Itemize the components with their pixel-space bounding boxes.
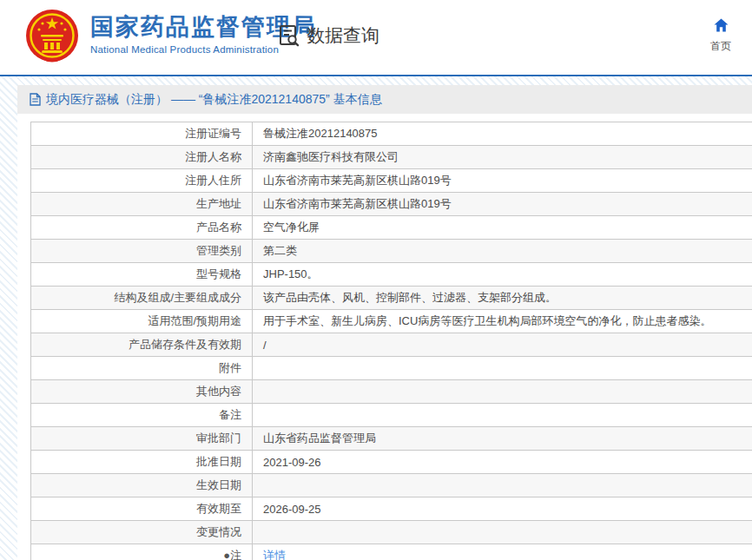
- document-icon: [30, 93, 41, 106]
- row-value: 用于手术室、新生儿病房、ICU病房等医疗卫生机构局部环境空气的净化，防止患者感染…: [253, 310, 752, 333]
- table-row: 批准日期2021-09-26: [31, 451, 752, 474]
- row-label: ●注: [31, 544, 253, 560]
- table-row: ●注详情: [31, 544, 752, 560]
- row-value: 山东省济南市莱芜高新区棋山路019号: [253, 169, 752, 192]
- info-table: 注册证编号鲁械注准20212140875注册人名称济南鑫驰医疗科技有限公司注册人…: [30, 122, 752, 560]
- row-label: 备注: [31, 404, 253, 426]
- table-row: 生效日期: [31, 474, 752, 497]
- detail-link[interactable]: 详情: [263, 548, 286, 560]
- table-row: 其他内容: [31, 380, 752, 404]
- row-label: 有效期至: [31, 497, 253, 520]
- row-label: 生效日期: [31, 474, 253, 497]
- nav-home[interactable]: 首页: [702, 18, 740, 54]
- table-row: 审批部门山东省药品监督管理局: [31, 427, 752, 451]
- table-row: 适用范围/预期用途用于手术室、新生儿病房、ICU病房等医疗卫生机构局部环境空气的…: [31, 310, 752, 333]
- table-row: 型号规格JHP-150。: [31, 263, 752, 287]
- row-label: 批准日期: [31, 451, 253, 473]
- row-value: JHP-150。: [253, 263, 752, 286]
- row-value: 2026-09-25: [253, 497, 752, 520]
- site-header: 国家药品监督管理局 National Medical Products Admi…: [0, 0, 752, 76]
- table-row: 注册人住所山东省济南市莱芜高新区棋山路019号: [31, 169, 752, 193]
- row-value: /: [253, 333, 752, 356]
- table-row: 产品储存条件及有效期/: [31, 333, 752, 357]
- emblem-icon: [24, 9, 80, 66]
- page-title: 境内医疗器械（注册） —— “鲁械注准20212140875” 基本信息: [46, 92, 382, 108]
- row-value: [253, 521, 752, 544]
- nav-data-query-label: 数据查询: [307, 23, 379, 48]
- table-row: 附件: [31, 357, 752, 380]
- row-label: 变更情况: [31, 521, 253, 544]
- nav-home-label: 首页: [702, 39, 740, 54]
- row-value: 该产品由壳体、风机、控制部件、过滤器、支架部分组成。: [253, 287, 752, 309]
- row-label: 结构及组成/主要组成成分: [31, 287, 253, 309]
- table-row: 注册证编号鲁械注准20212140875: [31, 122, 752, 146]
- row-value: 详情: [253, 544, 752, 560]
- table-row: 生产地址山东省济南市莱芜高新区棋山路019号: [31, 193, 752, 216]
- main-content: 境内医疗器械（注册） —— “鲁械注准20212140875” 基本信息 注册证…: [17, 85, 752, 560]
- row-label: 产品名称: [31, 216, 253, 239]
- table-row: 结构及组成/主要组成成分该产品由壳体、风机、控制部件、过滤器、支架部分组成。: [31, 287, 752, 310]
- row-value: 鲁械注准20212140875: [253, 122, 752, 145]
- nav-data-query[interactable]: 数据查询: [278, 23, 379, 48]
- row-label: 型号规格: [31, 263, 253, 286]
- row-label: 生产地址: [31, 193, 253, 215]
- row-label: 审批部门: [31, 427, 253, 450]
- row-value: [253, 404, 752, 426]
- table-row: 有效期至2026-09-25: [31, 497, 752, 521]
- home-icon: [714, 18, 729, 32]
- row-value: 第二类: [253, 240, 752, 262]
- row-value: 山东省药品监督管理局: [253, 427, 752, 450]
- row-label: 适用范围/预期用途: [31, 310, 253, 333]
- row-value: 2021-09-26: [253, 451, 752, 473]
- row-label: 注册人名称: [31, 146, 253, 168]
- table-row: 管理类别第二类: [31, 240, 752, 263]
- row-label: 注册证编号: [31, 122, 253, 145]
- row-value: [253, 474, 752, 497]
- row-label: 其他内容: [31, 380, 253, 403]
- row-value: [253, 380, 752, 403]
- row-value: 济南鑫驰医疗科技有限公司: [253, 146, 752, 168]
- row-label: 管理类别: [31, 240, 253, 262]
- row-value: [253, 357, 752, 379]
- row-label: 附件: [31, 357, 253, 379]
- table-row: 注册人名称济南鑫驰医疗科技有限公司: [31, 146, 752, 169]
- table-row: 变更情况: [31, 521, 752, 544]
- table-row: 备注: [31, 404, 752, 427]
- table-row: 产品名称空气净化屏: [31, 216, 752, 240]
- row-label: 注册人住所: [31, 169, 253, 192]
- row-value: 空气净化屏: [253, 216, 752, 239]
- row-label: 产品储存条件及有效期: [31, 333, 253, 356]
- row-value: 山东省济南市莱芜高新区棋山路019号: [253, 193, 752, 215]
- data-query-icon: [278, 24, 300, 47]
- national-emblem-logo[interactable]: [24, 9, 80, 66]
- page-title-bar: 境内医疗器械（注册） —— “鲁械注准20212140875” 基本信息: [17, 85, 752, 114]
